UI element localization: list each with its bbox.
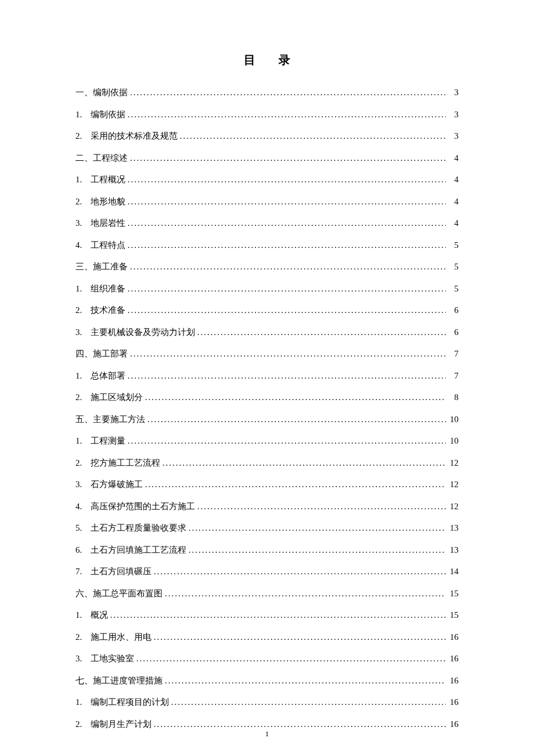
toc-entry: 1. 概况15 [75,608,459,622]
toc-entry-number: 六、 [75,586,93,600]
toc-entry-text: 主要机械设备及劳动力计划 [91,327,195,337]
toc-entry-number: 6. [75,543,88,557]
toc-entry-page: 6 [448,325,459,339]
toc-entry-number: 1. [75,107,88,121]
toc-entry-label: 2. 采用的技术标准及规范 [75,129,178,143]
toc-entry-text: 土石方回填施工工艺流程 [91,545,186,555]
toc-entry-number: 1. [75,608,88,622]
toc-dots [130,85,446,99]
toc-entry-label: 6. 土石方回填施工工艺流程 [75,543,186,557]
toc-entry-number: 2. [75,195,88,208]
toc-entry-number: 1. [75,172,88,186]
toc-entry-text: 施工用水、用电 [91,632,151,642]
toc-dots [171,695,446,709]
toc-entry-page: 12 [448,499,459,513]
toc-entry-label: 3. 石方爆破施工 [75,477,143,491]
toc-entry: 2. 施工区域划分8 [75,390,459,404]
toc-entry-page: 3 [448,107,459,121]
toc-entry-label: 3. 工地实验室 [75,651,134,665]
toc-entry-label: 3. 主要机械设备及劳动力计划 [75,325,195,339]
toc-entry-page: 7 [448,369,459,383]
toc-entry: 四、施工部署7 [75,347,459,361]
toc-entry-number: 四、 [75,347,93,361]
toc-entry-number: 2. [75,717,88,731]
toc-dots [128,434,446,448]
toc-dots [130,260,446,273]
toc-dots [128,369,446,383]
toc-entry-number: 二、 [75,151,93,165]
toc-dots [110,608,446,622]
toc-entry-label: 1. 总体部署 [75,369,125,383]
toc-entry-number: 3. [75,651,88,665]
toc-dots [128,172,446,186]
toc-dots [128,282,446,296]
toc-entry-number: 1. [75,369,88,383]
toc-entry-text: 土石方工程质量验收要求 [91,523,186,532]
toc-dots [128,238,446,252]
toc-entry-text: 工程特点 [91,240,125,250]
toc-entry-text: 施工进度管理措施 [93,676,163,685]
toc-entry-page: 16 [448,695,459,709]
toc-entry-label: 六、施工总平面布置图 [75,586,163,600]
toc-entry-text: 高压保护范围的土石方施工 [91,502,195,511]
toc-entry-text: 地层岩性 [91,218,125,228]
toc-dots [128,195,446,208]
toc-entry-text: 工程概况 [91,175,125,184]
toc-entry-text: 编制工程项目的计划 [91,697,169,707]
toc-dots [197,325,446,339]
toc-entry-page: 16 [448,717,459,731]
toc-entry-number: 1. [75,434,88,448]
toc-entry-page: 5 [448,282,459,296]
toc-entry-text: 地形地貌 [91,197,125,206]
toc-entry-page: 4 [448,195,459,208]
toc-entry-number: 5. [75,521,88,535]
toc-entry: 6. 土石方回填施工工艺流程13 [75,543,459,557]
toc-entry-number: 三、 [75,260,93,273]
toc-entry-number: 7. [75,564,88,578]
toc-dots [128,107,446,121]
toc-entry: 2. 地形地貌4 [75,195,459,208]
toc-entry: 1. 编制工程项目的计划16 [75,695,459,709]
toc-entry: 2. 编制月生产计划16 [75,717,459,731]
toc-entry-number: 4. [75,238,88,252]
toc-entry-page: 5 [448,238,459,252]
toc-entry-page: 13 [448,521,459,535]
toc-dots [163,456,446,470]
toc-dots [180,129,446,143]
toc-dots [128,216,446,230]
toc-entry-label: 1. 组织准备 [75,282,125,296]
toc-entry-text: 施工准备 [93,262,128,271]
toc-entry: 2. 技术准备6 [75,303,459,317]
toc-entry-label: 一、编制依据 [75,85,128,99]
toc-entry-text: 工地实验室 [91,654,134,663]
toc-entry-page: 6 [448,303,459,317]
toc-entry-label: 二、工程综述 [75,151,128,165]
toc-entry-label: 四、施工部署 [75,347,128,361]
toc-dots [145,390,446,404]
toc-entry: 五、主要施工方法10 [75,412,459,426]
toc-entry-text: 总体部署 [91,371,125,380]
toc-entry-page: 13 [448,543,459,557]
toc-entry: 1. 组织准备5 [75,282,459,296]
toc-entry-page: 10 [448,412,459,426]
toc-entry-page: 14 [448,564,459,578]
toc-entry: 2. 挖方施工工艺流程12 [75,456,459,470]
toc-entry-number: 一、 [75,85,93,99]
toc-entry-label: 三、施工准备 [75,260,128,273]
toc-entry-label: 5. 土石方工程质量验收要求 [75,521,186,535]
toc-entry-text: 施工总平面布置图 [93,589,163,598]
toc-entry-number: 2. [75,630,88,644]
toc-entry-page: 16 [448,651,459,665]
toc-entry-page: 4 [448,216,459,230]
toc-entry-label: 3. 地层岩性 [75,216,125,230]
toc-entry-text: 编制依据 [93,88,128,97]
toc-entry-text: 工程综述 [93,153,128,163]
toc-entry-page: 10 [448,434,459,448]
toc-dots [154,630,446,644]
toc-entry: 六、施工总平面布置图15 [75,586,459,600]
toc-entry-text: 主要施工方法 [93,415,145,424]
toc-dots [136,651,446,665]
toc-entry-label: 4. 工程特点 [75,238,125,252]
toc-entry-number: 3. [75,216,88,230]
toc-entry-number: 2. [75,129,88,143]
